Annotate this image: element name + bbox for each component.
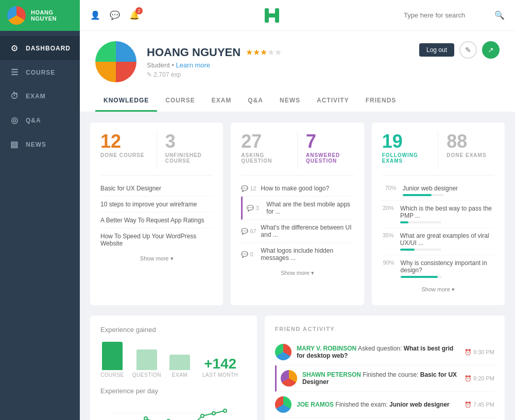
profile-exp: ✎ 2,707 exp <box>147 71 282 78</box>
fa-time: ⏰ 7:45 PM <box>465 401 494 408</box>
main-content: 👤 💬 🔔 2 🔍 <box>80 0 515 420</box>
exp-per-day: Experience per day <box>100 387 247 420</box>
profile-top: HOANG NGUYEN ★★★★★ Student • Learn more … <box>95 41 500 82</box>
clock-icon: ⏰ <box>465 375 472 381</box>
exams-card: 19 FOLLOWING EXAMS 88 DONE EXAMS 70% <box>372 122 505 305</box>
content-area: HOANG NGUYEN ★★★★★ Student • Learn more … <box>80 31 515 420</box>
exams-show-more[interactable]: Show more ▾ <box>382 282 494 297</box>
tab-course[interactable]: COURSE <box>157 91 203 112</box>
svg-point-9 <box>144 417 147 420</box>
search-icon[interactable]: 🔍 <box>494 10 505 20</box>
avatar <box>281 370 297 387</box>
fa-text: SHAWN PETERSON Finished the course: Basi… <box>302 371 459 386</box>
qa-item[interactable]: 💬 67 What's the difference between UI an… <box>241 220 353 243</box>
sidebar-item-dashboard[interactable]: ⊙ DASHBOARD <box>0 36 80 60</box>
answered-question-label: ANSWERED QUESTION <box>306 152 354 164</box>
sidebar-item-course[interactable]: ☰ COURSE <box>0 60 80 84</box>
edit-button[interactable]: ✎ <box>459 41 477 59</box>
topbar-icons: 👤 💬 🔔 2 <box>90 10 140 20</box>
qa-count: 💬 0 <box>241 251 256 258</box>
clock-icon: ⏰ <box>465 349 472 355</box>
logo-svg <box>263 6 281 25</box>
exam-item[interactable]: 70% Junior web designer <box>382 181 494 201</box>
sidebar-item-label: Q&A <box>26 117 41 124</box>
list-item[interactable]: A Better Way To Request App Ratings <box>100 213 213 229</box>
dashboard-icon: ⊙ <box>9 43 20 53</box>
following-exams-number: 19 <box>382 131 430 152</box>
sidebar-item-news[interactable]: ▤ NEWS <box>0 132 80 156</box>
list-item[interactable]: Basic for UX Designer <box>100 181 213 197</box>
line-chart <box>100 403 247 420</box>
list-item[interactable]: How To Speed Up Your WordPress Website <box>100 229 213 251</box>
qa-show-more[interactable]: Show more ▾ <box>241 266 353 281</box>
avatar <box>275 396 291 413</box>
fa-name[interactable]: MARY V. ROBINSON <box>297 345 356 352</box>
topbar: 👤 💬 🔔 2 🔍 <box>80 0 515 31</box>
share-button[interactable]: ↗ <box>482 41 500 59</box>
sidebar-item-label: NEWS <box>26 141 46 148</box>
sidebar-item-exam[interactable]: ⏱ EXAM <box>0 84 80 108</box>
topbar-search-area: 🔍 <box>404 10 505 20</box>
qa-icon: ◎ <box>9 115 20 125</box>
done-course-label: DONE COURSE <box>100 152 148 158</box>
tab-qa[interactable]: Q&A <box>239 91 271 112</box>
qa-item[interactable]: 💬 3 What are the best mobile apps for ..… <box>241 197 353 220</box>
svg-point-15 <box>212 412 215 415</box>
sidebar-header: HOANG NGUYEN <box>0 0 80 31</box>
profile-icon[interactable]: 👤 <box>90 10 100 20</box>
profile-info: HOANG NGUYEN ★★★★★ Student • Learn more … <box>95 41 282 82</box>
exam-list: 70% Junior web designer 20% <box>382 181 494 282</box>
tab-activity[interactable]: ACTIVITY <box>308 91 357 112</box>
done-course-number: 12 <box>100 131 148 152</box>
sidebar-item-qa[interactable]: ◎ Q&A <box>0 108 80 132</box>
exp-bar <box>169 355 190 370</box>
exp-plus-group: +142 LAST MONTH <box>202 356 238 378</box>
exp-per-day-title: Experience per day <box>100 387 247 395</box>
tab-friends[interactable]: FRIENDS <box>357 91 405 112</box>
qa-item[interactable]: 💬 0 What logos include hidden messages .… <box>241 243 353 266</box>
avatar <box>275 344 291 360</box>
exp-bar <box>102 342 123 370</box>
asking-question-number: 27 <box>241 131 289 152</box>
sidebar: HOANG NGUYEN ⊙ DASHBOARD ☰ COURSE ⏱ EXAM… <box>0 0 80 420</box>
list-item[interactable]: 10 steps to improve your wireframe <box>100 197 213 213</box>
fa-name[interactable]: SHAWN PETERSON <box>302 371 361 378</box>
profile-details: HOANG NGUYEN ★★★★★ Student • Learn more … <box>147 46 282 78</box>
fa-text: MARY V. ROBINSON Asked question: What is… <box>297 345 459 359</box>
qa-count: 💬 67 <box>241 228 256 235</box>
logout-button[interactable]: Log out <box>419 43 454 57</box>
profile-avatar <box>95 41 136 82</box>
profile-name: HOANG NGUYEN <box>147 46 241 59</box>
exam-item[interactable]: 90% Why is consistency important in desi… <box>382 255 494 282</box>
sidebar-item-label: COURSE <box>26 69 55 76</box>
courses-show-more[interactable]: Show more ▾ <box>100 251 213 266</box>
qa-item[interactable]: 💬 12 How to make good logo? <box>241 181 353 197</box>
sidebar-username: HOANG NGUYEN <box>31 9 73 22</box>
notification-badge: 2 <box>135 7 143 14</box>
notification-icon[interactable]: 🔔 2 <box>129 10 140 20</box>
tab-exam[interactable]: EXAM <box>203 91 240 112</box>
exp-bar <box>136 349 157 370</box>
exp-bar-exam: EXAM <box>169 355 190 378</box>
fa-name[interactable]: JOE RAMOS <box>297 401 334 408</box>
fa-time: ⏰ 9:30 PM <box>465 349 494 356</box>
fa-item: SHAWN PETERSON Finished the course: Basi… <box>275 365 494 392</box>
exam-item[interactable]: 35% What are great examples of viral UX/… <box>382 228 494 255</box>
done-exams-number: 88 <box>447 131 494 152</box>
exp-bar-course: COURSE <box>100 342 124 378</box>
topbar-logo <box>140 6 404 25</box>
learn-more-link[interactable]: Learn more <box>176 61 210 69</box>
exam-item[interactable]: 20% Which is the best way to pass the PM… <box>382 201 494 228</box>
bottom-row: Experience gained COURSE QUESTION <box>90 316 505 420</box>
message-icon[interactable]: 💬 <box>110 10 120 20</box>
exp-gained-title: Experience gained <box>100 326 247 334</box>
fa-time: ⏰ 9:20 PM <box>465 375 494 382</box>
tab-knowledge[interactable]: KNOWLEDGE <box>95 91 157 112</box>
search-input[interactable] <box>404 11 490 19</box>
friend-activity-card: FRIEND ACTIVITY MARY V. ROBINSON Asked q… <box>265 316 505 420</box>
profile-section: HOANG NGUYEN ★★★★★ Student • Learn more … <box>80 31 515 112</box>
dashboard-body: 12 DONE COURSE 3 UNFINISHED COURSE Basic… <box>80 112 515 420</box>
svg-point-14 <box>201 414 204 417</box>
tab-news[interactable]: NEWS <box>271 91 308 112</box>
sidebar-avatar <box>7 6 26 25</box>
